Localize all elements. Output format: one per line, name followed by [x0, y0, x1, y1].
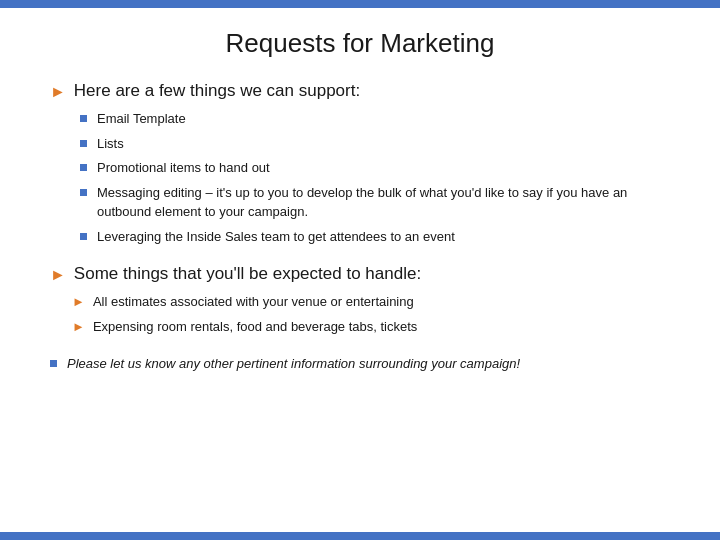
- main-content: Requests for Marketing ► Here are a few …: [0, 8, 720, 394]
- list-item: ► Expensing room rentals, food and bever…: [72, 317, 670, 337]
- section-2-bullets: ► All estimates associated with your ven…: [72, 292, 670, 336]
- top-bar: [0, 0, 720, 8]
- list-item: ► All estimates associated with your ven…: [72, 292, 670, 312]
- bullet-text: Email Template: [97, 109, 186, 129]
- square-bullet-icon: [80, 189, 87, 196]
- list-item: Lists: [80, 134, 670, 154]
- list-item: Promotional items to hand out: [80, 158, 670, 178]
- section-1-header: ► Here are a few things we can support:: [50, 81, 670, 101]
- page-title: Requests for Marketing: [50, 28, 670, 59]
- sub-arrow-icon: ►: [72, 294, 85, 309]
- section-2-title: Some things that you'll be expected to h…: [74, 264, 421, 284]
- bullet-text: All estimates associated with your venue…: [93, 292, 414, 312]
- section-1: ► Here are a few things we can support: …: [50, 81, 670, 246]
- section-1-arrow: ►: [50, 83, 66, 101]
- list-item: Messaging editing – it's up to you to de…: [80, 183, 670, 222]
- bottom-bar: [0, 532, 720, 540]
- list-item: Email Template: [80, 109, 670, 129]
- section-2-arrow: ►: [50, 266, 66, 284]
- square-bullet-icon: [80, 115, 87, 122]
- square-bullet-icon: [80, 233, 87, 240]
- bullet-text: Leveraging the Inside Sales team to get …: [97, 227, 455, 247]
- sub-arrow-icon: ►: [72, 319, 85, 334]
- note-text: Please let us know any other pertinent i…: [67, 354, 520, 374]
- bullet-text: Lists: [97, 134, 124, 154]
- section-2-header: ► Some things that you'll be expected to…: [50, 264, 670, 284]
- square-bullet-icon: [80, 140, 87, 147]
- square-bullet-icon: [50, 360, 57, 367]
- bullet-text: Expensing room rentals, food and beverag…: [93, 317, 417, 337]
- section-1-title: Here are a few things we can support:: [74, 81, 360, 101]
- bullet-text: Messaging editing – it's up to you to de…: [97, 183, 670, 222]
- note-section: Please let us know any other pertinent i…: [50, 354, 670, 374]
- section-2: ► Some things that you'll be expected to…: [50, 264, 670, 336]
- square-bullet-icon: [80, 164, 87, 171]
- list-item: Leveraging the Inside Sales team to get …: [80, 227, 670, 247]
- bullet-text: Promotional items to hand out: [97, 158, 270, 178]
- section-1-bullets: Email Template Lists Promotional items t…: [80, 109, 670, 246]
